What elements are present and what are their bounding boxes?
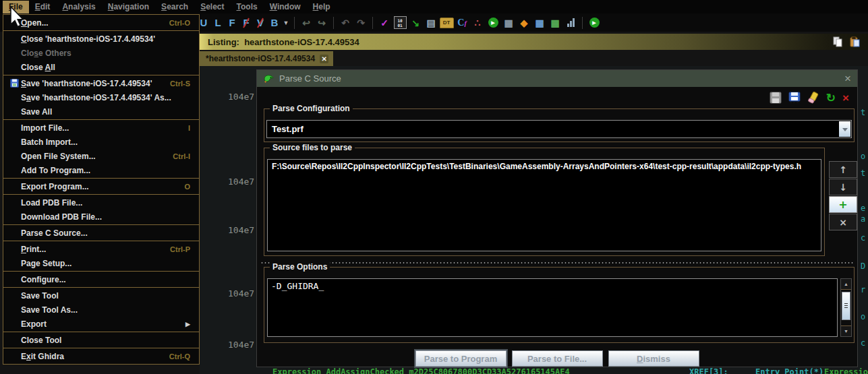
- menubar-item-help[interactable]: Help: [307, 1, 337, 13]
- scroll-up-icon[interactable]: ▲: [841, 279, 851, 290]
- menu-section: Close 'hearthstone-iOS-17.4.49534'Close …: [3, 31, 199, 75]
- copy-icon[interactable]: [832, 36, 843, 47]
- parse-options-textarea[interactable]: -D_GHIDRA_: [267, 278, 838, 337]
- dialog-toolbar: ↻ ×: [770, 91, 849, 104]
- menubar-item-select[interactable]: Select: [194, 1, 230, 13]
- menu-item-save-hearthstone-ios-17-4-49534[interactable]: Save 'hearthstone-iOS-17.4.49534'Ctrl-S: [3, 76, 199, 90]
- menu-section: Open...Ctrl-O: [3, 15, 199, 31]
- menu-item-save-hearthstone-ios-17-4-49534-as[interactable]: Save 'hearthstone-iOS-17.4.49534' As...: [3, 90, 199, 104]
- jump-in-icon[interactable]: ↪: [314, 15, 329, 30]
- clear-profile-icon[interactable]: [807, 92, 819, 104]
- icon-l-button[interactable]: L: [211, 15, 225, 30]
- menu-item-parse-c-source[interactable]: Parse C Source...: [3, 226, 199, 240]
- menu-bar: FileEditAnalysisNavigationSearchSelectTo…: [0, 0, 868, 13]
- listing-panel-header[interactable]: Listing: hearthstone-iOS-17.4.49534: [200, 34, 868, 50]
- table-icon[interactable]: ▦: [532, 15, 547, 30]
- menu-item-exit-ghidra[interactable]: Exit GhidraCtrl-Q: [3, 349, 199, 363]
- menu-item-batch-import[interactable]: Batch Import...: [3, 135, 199, 149]
- menu-item-shortcut: O: [176, 183, 190, 191]
- table-export-icon[interactable]: ▦: [548, 15, 562, 30]
- run-icon[interactable]: ▶: [486, 15, 500, 30]
- menu-item-save-all[interactable]: Save All: [3, 104, 199, 119]
- menu-item-print[interactable]: Print...Ctrl-P: [3, 242, 199, 256]
- listing-edge-fragment: r: [861, 285, 865, 294]
- menu-item-save-tool-as[interactable]: Save Tool As...: [3, 303, 199, 317]
- delete-profile-icon[interactable]: ×: [842, 92, 849, 104]
- menu-item-close-tool[interactable]: Close Tool: [3, 333, 199, 347]
- call-graph-icon[interactable]: ∴: [470, 15, 485, 30]
- move-up-button[interactable]: ↑: [829, 161, 857, 178]
- dialog-title-bar[interactable]: Parse C Source ×: [257, 70, 857, 87]
- disassemble-icon[interactable]: ↘: [408, 15, 423, 30]
- menubar-item-analysis[interactable]: Analysis: [56, 1, 101, 13]
- refresh-icon[interactable]: ↻: [826, 92, 836, 104]
- save-profile-icon[interactable]: [770, 92, 782, 104]
- menu-item-load-pdb-file[interactable]: Load PDB File...: [3, 195, 199, 210]
- menu-item-add-to-program[interactable]: Add To Program...: [3, 163, 199, 177]
- dismiss-button[interactable]: Dismiss: [608, 350, 699, 367]
- menubar-item-tools[interactable]: Tools: [231, 1, 264, 13]
- menu-item-label: Close 'hearthstone-iOS-17.4.49534': [21, 34, 155, 44]
- splitter-handle[interactable]: [260, 261, 855, 265]
- memory-chip-icon[interactable]: ▦: [501, 15, 516, 30]
- parse-to-file-button[interactable]: Parse to File...: [512, 350, 603, 367]
- paste-icon[interactable]: [849, 36, 860, 47]
- move-down-button[interactable]: ↓: [829, 179, 857, 195]
- icon-v-struck-button[interactable]: V: [254, 15, 267, 30]
- menu-item-label: Load PDB File...: [21, 198, 82, 208]
- menu-item-save-tool[interactable]: Save Tool: [3, 288, 199, 303]
- menu-section: Save ToolSave Tool As...Export▶: [3, 288, 199, 332]
- parse-options-scrollbar[interactable]: ▲ ▼: [840, 278, 852, 337]
- chart-icon[interactable]: [563, 15, 578, 30]
- menu-item-configure[interactable]: Configure...: [3, 272, 199, 286]
- file-menu: Open...Ctrl-OClose 'hearthstone-iOS-17.4…: [3, 14, 200, 365]
- menu-item-close-all[interactable]: Close All: [3, 60, 199, 74]
- menu-item-open[interactable]: Open...Ctrl-O: [3, 15, 199, 30]
- scrollbar-thumb[interactable]: [842, 292, 850, 320]
- menubar-item-window[interactable]: Window: [264, 1, 307, 13]
- parse-configuration-combobox[interactable]: Test.prf: [266, 120, 852, 138]
- run-script-icon[interactable]: ▶: [587, 15, 602, 30]
- tab-close-icon[interactable]: ✕: [320, 55, 328, 63]
- menubar-item-edit[interactable]: Edit: [29, 1, 57, 13]
- redo-icon[interactable]: ↷: [353, 15, 368, 30]
- menu-item-label: Download PDB File...: [21, 212, 102, 222]
- icon-b-button[interactable]: B: [268, 15, 281, 30]
- memory-map-icon[interactable]: ▤: [424, 15, 438, 30]
- scroll-down-icon[interactable]: ▼: [841, 325, 851, 336]
- add-file-button[interactable]: +: [829, 196, 857, 213]
- jump-out-icon[interactable]: ↩: [299, 15, 314, 30]
- menu-item-page-setup[interactable]: Page Setup...: [3, 256, 199, 270]
- menu-item-label: Print...: [21, 245, 46, 254]
- listing-address: 104e7: [228, 92, 257, 102]
- menu-item-export[interactable]: Export▶: [3, 317, 199, 331]
- data-type-manager-icon[interactable]: DT: [439, 15, 454, 30]
- source-files-list[interactable]: F:\Source\Repos\Il2CppInspector\Il2CppTe…: [267, 159, 821, 251]
- icon-f-button[interactable]: F: [225, 15, 239, 30]
- menu-item-label: Close Tool: [21, 336, 61, 345]
- listing-title: Listing: hearthstone-iOS-17.4.49534: [208, 37, 359, 47]
- validate-icon[interactable]: ✓: [377, 15, 392, 30]
- combobox-dropdown-button[interactable]: [839, 121, 850, 137]
- menubar-item-navigation[interactable]: Navigation: [102, 1, 155, 13]
- save-profile-as-icon[interactable]: [788, 92, 801, 104]
- toolbar-separator: [372, 17, 373, 29]
- diamond-icon[interactable]: ◆: [517, 15, 531, 30]
- binary-view-icon[interactable]: 1001: [393, 15, 407, 30]
- dialog-close-icon[interactable]: ×: [844, 73, 851, 84]
- undo-icon[interactable]: ↶: [338, 15, 353, 30]
- menu-item-download-pdb-file[interactable]: Download PDB File...: [3, 210, 199, 224]
- source-file-row[interactable]: F:\Source\Repos\Il2CppInspector\Il2CppTe…: [268, 160, 821, 173]
- remove-file-button[interactable]: ×: [829, 214, 857, 230]
- menubar-item-search[interactable]: Search: [155, 1, 194, 13]
- menu-item-close-hearthstone-ios-17-4-49534[interactable]: Close 'hearthstone-iOS-17.4.49534': [3, 32, 199, 46]
- icon-f-struck-button[interactable]: F: [239, 15, 253, 30]
- c-function-icon[interactable]: Cf: [455, 15, 469, 30]
- tab-hearthstone[interactable]: *hearthstone-iOS-17.4.49534 ✕: [200, 51, 333, 66]
- menu-item-export-program[interactable]: Export Program...O: [3, 179, 199, 193]
- parse-to-program-button[interactable]: Parse to Program: [415, 350, 507, 367]
- menu-item-import-file[interactable]: Import File...I: [3, 121, 199, 135]
- chevron-down-icon[interactable]: ▼: [282, 20, 290, 26]
- menu-item-open-file-system[interactable]: Open File System...Ctrl-I: [3, 149, 199, 163]
- menu-item-close-others[interactable]: Close Others: [3, 46, 199, 60]
